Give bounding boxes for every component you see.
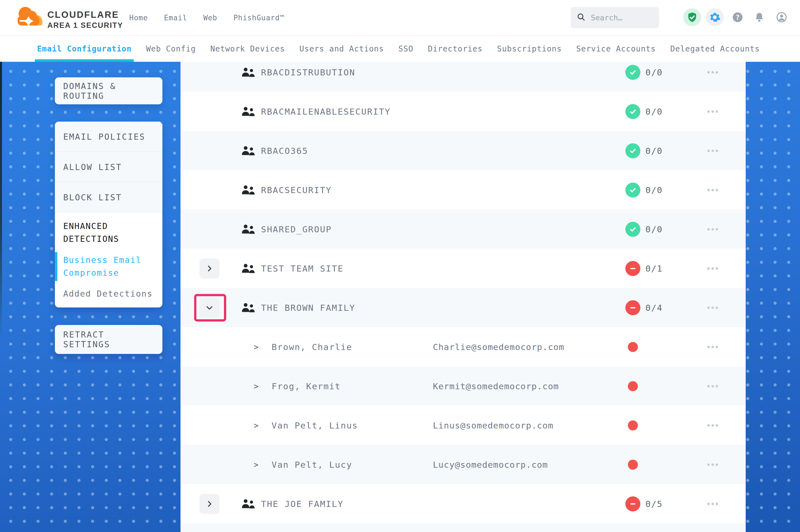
member-name: Brown, Charlie — [272, 342, 352, 352]
member-chevron-icon[interactable]: > — [254, 421, 258, 430]
member-email: Linus@somedemocorp.com — [433, 420, 553, 431]
row-actions-menu[interactable] — [706, 147, 719, 155]
primary-nav-item-email[interactable]: Email — [164, 14, 187, 22]
member-name: Van Pelt, Lucy — [272, 460, 352, 470]
group-name: THE JOE FAMILY — [261, 499, 343, 509]
settings-gear-icon[interactable] — [706, 8, 724, 26]
sidebar-item-domains-routing[interactable]: DOMAINS & ROUTING — [55, 77, 162, 104]
row-actions-menu[interactable] — [706, 108, 719, 115]
member-row: >Frog, KermitKermit@somedemocorp.com — [181, 366, 746, 406]
group-name: RBACDISTRUBUTION — [261, 67, 356, 77]
group-row: THE BROWN FAMILY0/4 — [181, 288, 746, 327]
row-actions-menu[interactable] — [706, 343, 719, 351]
row-actions-menu[interactable] — [706, 421, 719, 429]
row-actions-menu[interactable] — [706, 500, 719, 508]
primary-nav-item-web[interactable]: Web — [203, 14, 217, 22]
sidebar-item-block-list[interactable]: BLOCK LIST — [55, 182, 162, 213]
status-badge — [625, 104, 640, 119]
row-actions-menu[interactable] — [706, 264, 719, 272]
search-icon — [576, 12, 586, 23]
help-icon[interactable]: ? — [729, 8, 746, 26]
group-row: RBACSECURITY0/0 — [181, 170, 746, 210]
expand-toggle-button[interactable] — [199, 494, 219, 514]
member-alert-dot — [628, 381, 638, 391]
member-count: 0/0 — [646, 185, 663, 195]
member-chevron-icon[interactable]: > — [254, 381, 258, 391]
group-row-partial — [181, 524, 746, 532]
group-icon — [240, 224, 255, 235]
status-badge — [625, 183, 640, 197]
member-count: 0/0 — [646, 107, 663, 117]
app-window: CLOUDFLARE AREA 1 SECURITY HomeEmailWebP… — [0, 0, 800, 532]
groups-table: RBACDISTRUBUTION0/0RBACMAILENABLESECURIT… — [181, 62, 746, 532]
policy-list: EMAIL POLICIESALLOW LISTBLOCK LIST — [55, 121, 162, 213]
screen-edge-artifact — [0, 62, 2, 340]
primary-nav-item-home[interactable]: Home — [129, 14, 148, 22]
group-name: TEST TEAM SITE — [261, 264, 343, 273]
member-row: >Brown, CharlieCharlie@somedemocorp.com — [181, 327, 746, 366]
sidebar-item-enhanced-detections[interactable]: ENHANCED DETECTIONS — [55, 213, 162, 247]
expand-toggle-button[interactable] — [199, 259, 219, 279]
primary-nav: HomeEmailWebPhishGuard™ — [129, 0, 285, 36]
member-name: Van Pelt, Linus — [272, 420, 358, 431]
account-icon[interactable] — [773, 8, 790, 26]
row-actions-menu[interactable] — [706, 225, 719, 233]
group-icon — [240, 263, 255, 274]
svg-text:?: ? — [736, 13, 740, 21]
tab-service-accounts[interactable]: Service Accounts — [576, 36, 656, 62]
shield-check-icon[interactable] — [683, 8, 701, 26]
sidebar-item-allow-list[interactable]: ALLOW LIST — [55, 152, 162, 182]
tab-sso[interactable]: SSO — [398, 36, 413, 62]
sidebar-item-label: EMAIL POLICIES — [63, 132, 145, 141]
cloudflare-logo: CLOUDFLARE AREA 1 SECURITY — [14, 4, 123, 32]
group-name: SHARED_GROUP — [261, 224, 332, 234]
sidebar-item-added-detections[interactable]: Added Detections — [55, 287, 162, 300]
group-name: RBACO365 — [261, 146, 308, 156]
member-count: 0/0 — [646, 146, 663, 156]
content-area: DOMAINS & ROUTING EMAIL POLICIESALLOW LI… — [0, 62, 800, 532]
member-alert-dot — [628, 420, 638, 431]
tab-subscriptions[interactable]: Subscriptions — [497, 36, 562, 62]
member-count: 0/1 — [646, 264, 663, 273]
retract-settings-label: RETRACT SETTINGS — [63, 330, 154, 349]
member-count: 0/5 — [646, 499, 663, 509]
member-email: Kermit@somedemocorp.com — [433, 381, 559, 391]
row-actions-menu[interactable] — [706, 460, 719, 469]
brand-subtitle: AREA 1 SECURITY — [47, 21, 123, 30]
notifications-bell-icon[interactable] — [750, 8, 768, 26]
group-icon — [240, 145, 255, 157]
sidebar-item-retract-settings[interactable]: RETRACT SETTINGS — [55, 325, 162, 354]
group-name: THE BROWN FAMILY — [261, 303, 356, 313]
tab-email-configuration[interactable]: Email Configuration — [37, 36, 131, 62]
member-name: Frog, Kermit — [272, 381, 341, 391]
search-input[interactable] — [590, 13, 647, 22]
row-actions-menu[interactable] — [706, 68, 719, 76]
sidebar-item-email-policies[interactable]: EMAIL POLICIES — [55, 121, 162, 152]
member-row: >Van Pelt, LinusLinus@somedemocorp.com — [181, 406, 746, 445]
tab-directories[interactable]: Directories — [428, 36, 483, 62]
row-actions-menu[interactable] — [706, 304, 719, 311]
tab-web-config[interactable]: Web Config — [146, 36, 196, 62]
secondary-tab-bar: Email ConfigurationWeb ConfigNetwork Dev… — [0, 36, 800, 62]
tab-users-and-actions[interactable]: Users and Actions — [299, 36, 384, 62]
member-email: Charlie@somedemocorp.com — [433, 342, 564, 352]
row-actions-menu[interactable] — [706, 186, 719, 194]
brand-name: CLOUDFLARE — [47, 10, 123, 19]
primary-nav-item-phishguard-[interactable]: PhishGuard™ — [233, 14, 285, 22]
cloudflare-cloud-icon — [14, 4, 45, 32]
group-icon — [240, 302, 255, 314]
group-row: RBACMAILENABLESECURITY0/0 — [181, 92, 746, 131]
member-count: 0/4 — [646, 303, 663, 313]
row-actions-menu[interactable] — [706, 382, 719, 390]
group-row: RBACO3650/0 — [181, 131, 746, 170]
annotation-highlight-box — [194, 294, 226, 321]
group-icon — [240, 184, 255, 196]
member-chevron-icon[interactable]: > — [254, 342, 258, 352]
sidebar-item-business-email-compromise[interactable]: Business Email Compromise — [55, 252, 162, 281]
tab-network-devices[interactable]: Network Devices — [210, 36, 285, 62]
tab-delegated-accounts[interactable]: Delegated Accounts — [670, 36, 760, 62]
search-box[interactable] — [571, 7, 659, 28]
member-chevron-icon[interactable]: > — [254, 460, 258, 469]
status-badge — [625, 222, 640, 237]
member-alert-dot — [628, 342, 638, 352]
